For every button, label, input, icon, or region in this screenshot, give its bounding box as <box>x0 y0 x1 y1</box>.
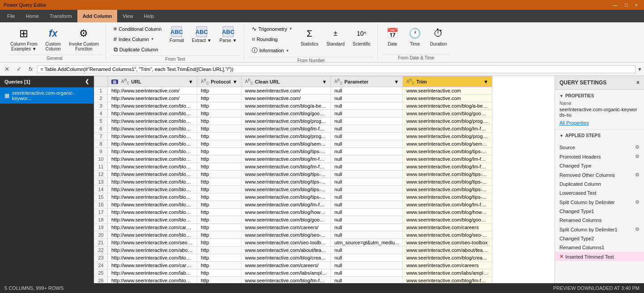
query-item-0[interactable]: ▦ seerinteractive.com-organic-keywor... <box>0 88 93 104</box>
step-item-11[interactable]: Renamed Columns1 <box>555 243 644 252</box>
duplicate-column-button[interactable]: ⧉ Duplicate Column <box>110 45 165 54</box>
standard-button[interactable]: ± Standard <box>323 24 348 49</box>
scientific-button[interactable]: 10ˣ Scientific <box>350 24 374 49</box>
col-header-url[interactable]: ▦ ABC URL ▼ <box>108 76 197 87</box>
step-item-6[interactable]: Split Column by Delimiter⚙ <box>555 197 644 207</box>
table-cell: http://www.seerinteractive.com/blog/lm-f… <box>108 277 197 283</box>
col-header-clean-url[interactable]: ABC Clean URL ▼ <box>241 76 330 87</box>
column-from-examples-button[interactable]: ⊞ Column FromExamples ▼ <box>7 24 41 54</box>
step-item-2[interactable]: Changed Type <box>555 161 644 170</box>
status-left: 5 COLUMNS, 999+ ROWS <box>4 285 64 291</box>
index-column-button[interactable]: # Index Column ▼ <box>110 34 165 44</box>
table-cell: null <box>330 216 402 224</box>
date-button[interactable]: 📅 Date <box>382 24 403 49</box>
step-item-4[interactable]: Duplicated Column <box>555 180 644 188</box>
table-cell: www.seerinteractive.com/blog/lm-facebook… <box>402 163 492 171</box>
duration-button[interactable]: ⏱ Duration <box>427 24 450 49</box>
formula-cancel-button[interactable]: ✕ <box>2 65 12 73</box>
date-icon: 📅 <box>386 26 400 41</box>
table-cell: http <box>197 87 242 95</box>
col-header-parameter[interactable]: ABC Parameter ▼ <box>330 76 402 87</box>
parameter-col-filter-icon[interactable]: ▼ <box>394 79 399 84</box>
step-item-8[interactable]: Renamed Columns <box>555 216 644 225</box>
step-item-0[interactable]: Source⚙ <box>555 142 644 152</box>
formula-confirm-button[interactable]: ✓ <box>14 65 24 73</box>
tab-view[interactable]: View <box>117 10 139 22</box>
step-item-3[interactable]: Removed Other Columns⚙ <box>555 170 644 180</box>
scientific-label: Scientific <box>353 42 371 46</box>
step-label-12: Inserted Trimmed Text <box>565 254 614 260</box>
step-item-5[interactable]: Lowercased Text <box>555 188 644 197</box>
main-area: Queries [1] ❮ ▦ seerinteractive.com-orga… <box>0 76 644 283</box>
table-cell: www.seerinteractive.com/blog/lm-facebook… <box>241 163 330 171</box>
rounding-button[interactable]: ⌗ Rounding <box>249 34 296 44</box>
maximize-button[interactable]: □ <box>622 2 631 8</box>
time-button[interactable]: 🕐 Time <box>405 24 425 49</box>
table-cell: www.seerinteractive.com/blog/tips-for-op… <box>402 193 492 201</box>
tab-file[interactable]: File <box>2 10 21 22</box>
invoke-custom-function-button[interactable]: ⚙ Invoke CustomFunction <box>66 24 102 54</box>
ribbon-group-from-number-content: ∿ Trigonometry ▼ ⌗ Rounding ⓘ Informatio… <box>249 24 374 56</box>
step-item-1[interactable]: Promoted Headers⚙ <box>555 152 644 161</box>
close-button[interactable]: × <box>632 2 640 8</box>
row-num-cell: 26 <box>94 277 108 283</box>
clean-url-col-filter-icon[interactable]: ▼ <box>322 79 327 84</box>
col-header-protocol[interactable]: ABC Protocol ▼ <box>197 76 242 87</box>
table-cell: www.seerinteractive.com/labs/amplifound/… <box>241 269 330 277</box>
extract-button[interactable]: ABC Extract ▼ <box>189 24 215 45</box>
step-gear-icon-6[interactable]: ⚙ <box>635 199 640 205</box>
information-button[interactable]: ⓘ Information ▼ <box>249 45 296 56</box>
step-gear-icon-0[interactable]: ⚙ <box>635 144 640 150</box>
parse-button[interactable]: ABC Parse ▼ <box>216 24 240 45</box>
step-item-10[interactable]: Changed Type2 <box>555 234 644 243</box>
table-cell: http <box>197 269 242 277</box>
step-item-left-7: Changed Type1 <box>559 209 594 214</box>
protocol-col-filter-icon[interactable]: ▼ <box>233 79 237 84</box>
step-gear-icon-3[interactable]: ⚙ <box>635 172 640 178</box>
table-cell: http <box>197 224 242 231</box>
step-item-left-11: Renamed Columns1 <box>559 245 604 250</box>
ribbon-group-from-date-time-label: From Date & Time <box>382 54 450 60</box>
table-cell: null <box>330 125 402 133</box>
minimize-button[interactable]: — <box>610 2 620 8</box>
step-gear-icon-1[interactable]: ⚙ <box>635 154 640 159</box>
ribbon-small-btns-text-left: ≡ Conditional Column # Index Column ▼ ⧉ … <box>110 24 165 54</box>
step-item-12[interactable]: ✕Inserted Trimmed Text <box>555 252 644 261</box>
table-cell: http <box>197 155 242 163</box>
table-cell: www.seerinteractive.com/about/team/larry… <box>241 247 330 254</box>
step-item-9[interactable]: Split Column by Delimiter1⚙ <box>555 225 644 234</box>
tab-add-column[interactable]: Add Column <box>77 10 117 22</box>
custom-column-button[interactable]: fx CustomColumn <box>42 24 64 54</box>
table-cell: http <box>197 231 242 239</box>
settings-close-button[interactable]: × <box>636 80 640 86</box>
queries-collapse-button[interactable]: ❮ <box>85 79 89 84</box>
all-properties-link[interactable]: All Properties <box>559 120 589 126</box>
step-item-7[interactable]: Changed Type1 <box>555 207 644 216</box>
row-num-cell: 23 <box>94 254 108 262</box>
tab-help[interactable]: Help <box>139 10 160 22</box>
table-cell: http <box>197 239 242 247</box>
ribbon-number-large-btns: Σ Statistics ± Standard 10ˣ Scientific <box>297 24 374 49</box>
statistics-button[interactable]: Σ Statistics <box>297 24 322 49</box>
trigonometry-button[interactable]: ∿ Trigonometry ▼ <box>249 24 296 33</box>
table-row: 14http://www.seerinteractive.com/blog/ti… <box>94 186 492 193</box>
custom-column-icon: fx <box>46 26 60 41</box>
tab-home[interactable]: Home <box>21 10 44 22</box>
row-num-cell: 8 <box>94 140 108 148</box>
col-header-trim[interactable]: ABC Trim ▼ <box>402 76 492 87</box>
format-button[interactable]: ABC Format <box>166 24 187 45</box>
row-num-cell: 19 <box>94 224 108 231</box>
tab-transform[interactable]: Transform <box>44 10 77 22</box>
table-cell: http://www.seerinteractive.com/careers/ <box>108 262 197 269</box>
formula-expand-button[interactable]: ▼ <box>637 67 642 72</box>
table-row: 23http://www.seerinteractive.com/blog/cr… <box>94 254 492 262</box>
table-container[interactable]: ▦ ABC URL ▼ ABC Protocol ▼ <box>94 76 555 283</box>
time-icon: 🕐 <box>408 26 422 41</box>
settings-header: QUERY SETTINGS × <box>555 76 644 90</box>
trim-col-filter-icon[interactable]: ▼ <box>483 79 488 84</box>
url-col-filter-icon[interactable]: ▼ <box>188 79 193 84</box>
formula-input[interactable] <box>37 65 636 73</box>
conditional-column-button[interactable]: ≡ Conditional Column <box>110 24 165 33</box>
step-gear-icon-9[interactable]: ⚙ <box>635 226 640 232</box>
table-cell: www.seerinteractive.com/careers/ <box>241 262 330 269</box>
